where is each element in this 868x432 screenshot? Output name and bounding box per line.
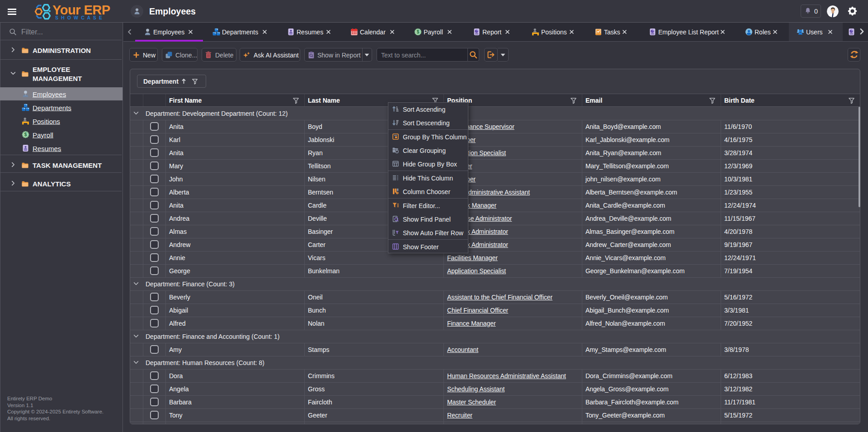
- svg-text:$: $: [24, 132, 27, 137]
- svg-text:$: $: [417, 29, 420, 34]
